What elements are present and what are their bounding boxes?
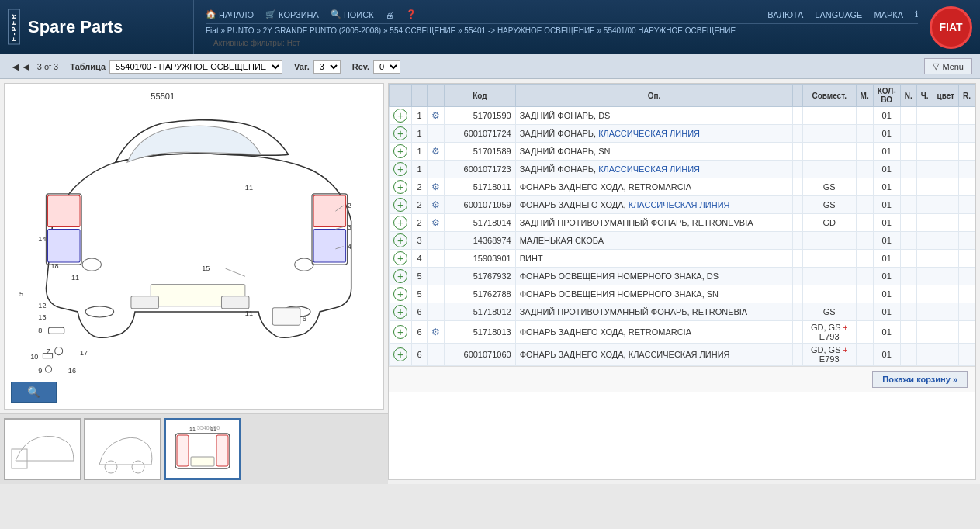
part-compat: [802, 250, 856, 268]
part-description: ФОНАРЬ ЗАДНЕГО ХОДА, RETROMARCIA: [515, 178, 792, 196]
col-compat: Совмест.: [802, 85, 856, 107]
table-row: +415903901ВИНТ01: [390, 250, 975, 268]
part-n: [900, 125, 916, 143]
part-m: [856, 344, 873, 366]
parts-table-wrapper[interactable]: Код Оп. Совмест. М. КОЛ-ВО N. Ч. цвет R.…: [389, 84, 975, 366]
thumbnail-1[interactable]: [4, 418, 81, 480]
diagram-image[interactable]: 55501: [5, 84, 383, 375]
add-to-cart-icon[interactable]: +: [393, 233, 407, 247]
part-description-link[interactable]: КЛАССИЧЕСКАЯ ЛИНИЯ: [629, 200, 730, 209]
add-to-cart-icon[interactable]: +: [393, 126, 407, 140]
add-to-cart-icon[interactable]: +: [393, 198, 407, 212]
part-r: [959, 321, 975, 344]
row-number: 1: [412, 143, 428, 161]
svg-text:14: 14: [38, 235, 46, 243]
thumbnail-2[interactable]: [84, 418, 161, 480]
thumbnail-3[interactable]: 11 11 55401/00: [164, 418, 241, 480]
col-n: N.: [900, 85, 916, 107]
part-qty: 01: [873, 143, 900, 161]
part-compat: [802, 232, 856, 250]
part-compat: [802, 268, 856, 285]
add-to-cart-icon[interactable]: +: [393, 162, 407, 176]
svg-text:16: 16: [68, 367, 76, 375]
part-n: [900, 285, 916, 303]
rev-label: Rev.: [352, 62, 369, 71]
part-description-link[interactable]: КЛАССИЧЕСКАЯ ЛИНИЯ: [598, 164, 700, 174]
var-label: Var.: [294, 62, 310, 71]
add-to-cart-icon[interactable]: +: [393, 180, 407, 194]
add-to-cart-icon[interactable]: +: [393, 305, 407, 319]
diagram-panel: 55501: [0, 79, 388, 484]
add-to-cart-icon[interactable]: +: [393, 325, 407, 339]
svg-rect-52: [191, 457, 214, 466]
part-compat: [802, 125, 856, 143]
gear-icon[interactable]: ⚙: [431, 327, 440, 337]
part-color: [933, 285, 959, 303]
svg-text:11: 11: [189, 427, 196, 432]
add-to-cart-icon[interactable]: +: [393, 251, 407, 265]
svg-text:11: 11: [245, 184, 253, 192]
var-select[interactable]: 3: [313, 60, 341, 74]
magnifier-icon: 🔍: [27, 386, 40, 398]
add-to-cart-icon[interactable]: +: [393, 216, 407, 230]
gear-icon[interactable]: ⚙: [431, 146, 440, 157]
gear-icon[interactable]: ⚙: [431, 110, 440, 121]
add-to-cart-icon[interactable]: +: [393, 347, 407, 361]
table-select[interactable]: 55401/00 - НАРУЖНОЕ ОСВЕЩЕНИЕ: [109, 60, 282, 74]
part-m: [856, 285, 873, 303]
part-code: 6001071723: [445, 161, 516, 178]
nav-print[interactable]: 🖨: [386, 10, 394, 19]
part-code: 51701589: [445, 143, 516, 161]
part-compat: GS: [802, 178, 856, 196]
page-indicator: 3 of 3: [37, 62, 59, 71]
app-title: Spare Parts: [28, 17, 123, 37]
part-m: [856, 178, 873, 196]
rev-select[interactable]: 0: [373, 60, 400, 74]
nav-cart[interactable]: 🛒 КОРЗИНА: [265, 9, 319, 19]
logo-bar: E-PER Spare Parts: [8, 0, 194, 54]
part-m: [856, 143, 873, 161]
svg-text:55401/00: 55401/00: [197, 425, 220, 430]
table-group: Таблица 55401/00 - НАРУЖНОЕ ОСВЕЩЕНИЕ: [70, 60, 282, 74]
gear-icon[interactable]: ⚙: [431, 199, 440, 210]
nav-brand[interactable]: МАРКА: [874, 10, 903, 19]
table-header: Код Оп. Совмест. М. КОЛ-ВО N. Ч. цвет R.: [390, 85, 975, 107]
nav-search[interactable]: 🔍 ПОИСК: [331, 9, 374, 19]
part-ch: [916, 196, 933, 214]
parts-diagram-svg: 55501: [5, 84, 383, 375]
nav-currency[interactable]: ВАЛЮТА: [767, 10, 803, 19]
nav-language[interactable]: LANGUAGE: [815, 10, 862, 19]
gear-icon[interactable]: ⚙: [431, 217, 440, 228]
part-description-link[interactable]: КЛАССИЧЕСКАЯ ЛИНИЯ: [598, 129, 700, 138]
part-description: ФОНАРЬ ЗАДНЕГО ХОДА, КЛАССИЧЕСКАЯ ЛИНИЯ: [515, 196, 792, 214]
col-ch: Ч.: [916, 85, 933, 107]
eper-logo: E-PER: [8, 9, 20, 45]
add-to-cart-icon[interactable]: +: [393, 287, 407, 301]
add-to-cart-icon[interactable]: +: [393, 109, 407, 123]
part-m: [856, 125, 873, 143]
nav-help[interactable]: ❓: [406, 9, 417, 19]
add-to-cart-icon[interactable]: +: [393, 269, 407, 283]
menu-button[interactable]: ▽ Menu: [924, 58, 972, 74]
table-row: +1⚙51701590ЗАДНИЙ ФОНАРЬ, DS01: [390, 107, 975, 125]
part-qty: 01: [873, 161, 900, 178]
col-qty: КОЛ-ВО: [873, 85, 900, 107]
col-add: [390, 85, 412, 107]
nav-info[interactable]: ℹ: [915, 9, 918, 19]
nav-home[interactable]: 🏠 НАЧАЛО: [206, 9, 254, 19]
row-number: 2: [412, 196, 428, 214]
svg-text:12: 12: [38, 302, 46, 309]
nav-prev-arrow[interactable]: ◄◄: [8, 60, 34, 74]
part-compat: GS: [802, 196, 856, 214]
cart-icon: 🛒: [265, 9, 276, 19]
gear-icon[interactable]: ⚙: [431, 182, 440, 192]
part-qty: 01: [873, 125, 900, 143]
part-ch: [916, 303, 933, 321]
col-empty: [793, 85, 803, 107]
part-color: [933, 321, 959, 344]
part-code: 51701590: [445, 107, 516, 125]
diagram-search-button[interactable]: 🔍: [11, 382, 57, 403]
part-ch: [916, 143, 933, 161]
add-to-cart-icon[interactable]: +: [393, 144, 407, 158]
show-cart-button[interactable]: Покажи корзину »: [872, 371, 968, 388]
